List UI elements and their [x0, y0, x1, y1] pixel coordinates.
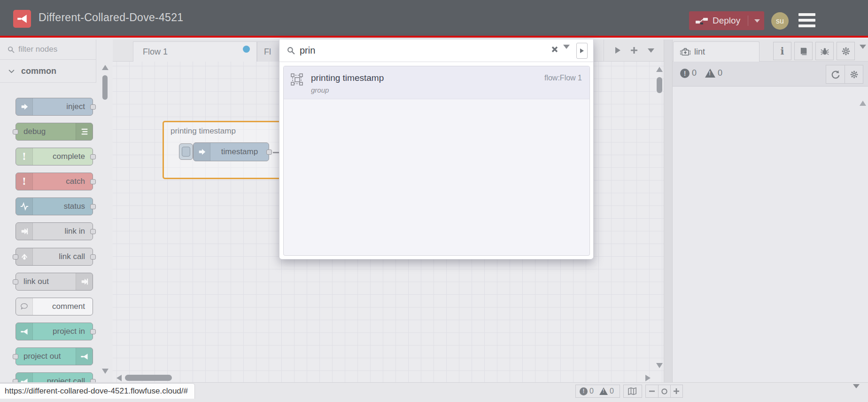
palette-node-comment[interactable]: comment: [16, 298, 93, 315]
tab-flow-2[interactable]: Fl: [257, 41, 280, 62]
output-port[interactable]: [90, 104, 96, 110]
scroll-down-icon[interactable]: [656, 363, 663, 368]
flow-list-caret[interactable]: [648, 48, 654, 53]
complete-icon: !: [16, 148, 33, 165]
footer-expand-caret[interactable]: [853, 388, 860, 397]
scrollbar-thumb[interactable]: [125, 375, 172, 381]
catch-icon: !: [16, 173, 33, 190]
deploy-label: Deploy: [713, 16, 740, 26]
lint-warning-count: 0: [718, 68, 722, 78]
refresh-icon[interactable]: [826, 65, 845, 83]
search-options-caret[interactable]: [563, 49, 570, 57]
node-red-editor: Different-Collared-Dove-4521 Deploy su f…: [0, 0, 868, 402]
search-dialog: prin printing timestamp group flow:Flow …: [279, 39, 594, 260]
scroll-down-icon[interactable]: [102, 369, 108, 374]
main-menu-icon[interactable]: [798, 13, 815, 27]
timestamp-inject-node[interactable]: timestamp: [193, 142, 269, 161]
scroll-up-icon[interactable]: [860, 93, 866, 101]
scroll-left-icon[interactable]: [116, 375, 122, 381]
palette-node-link-call[interactable]: link call: [16, 248, 93, 266]
help-book-icon[interactable]: [794, 42, 813, 60]
scroll-tabs-right-icon[interactable]: [615, 47, 620, 54]
map-icon: [628, 387, 638, 395]
deploy-button[interactable]: Deploy: [689, 11, 764, 30]
inject-trigger-button[interactable]: [179, 143, 193, 160]
info-tab-icon[interactable]: i: [773, 42, 791, 60]
output-port[interactable]: [90, 179, 96, 184]
search-query-text: prin: [300, 45, 315, 56]
search-results-list: printing timestamp group flow:Flow 1: [283, 66, 590, 256]
palette-node-catch[interactable]: ! catch: [16, 173, 93, 190]
project-in-icon: [16, 323, 33, 340]
footer-warning-count: 0: [610, 387, 614, 395]
canvas-horizontal-scrollbar[interactable]: [113, 374, 656, 382]
scroll-right-icon[interactable]: [645, 375, 651, 381]
output-port[interactable]: [90, 154, 96, 159]
zoom-out-button[interactable]: [646, 385, 658, 397]
input-port[interactable]: [13, 279, 18, 284]
palette-node-project-out[interactable]: project out: [16, 347, 93, 365]
input-port[interactable]: [13, 354, 18, 359]
output-port[interactable]: [90, 204, 96, 209]
tab-flow-1[interactable]: Flow 1: [133, 41, 257, 62]
canvas-vertical-scrollbar[interactable]: [656, 62, 664, 374]
settings-gear-icon[interactable]: [837, 42, 855, 60]
scrollbar-thumb[interactable]: [102, 75, 108, 100]
debug-bug-icon[interactable]: [815, 42, 834, 60]
input-port[interactable]: [13, 254, 18, 260]
search-next-button[interactable]: [576, 43, 588, 59]
palette-node-complete[interactable]: ! complete: [16, 148, 93, 166]
lint-panel-header: ! 0 0: [673, 62, 868, 87]
user-avatar[interactable]: su: [771, 12, 789, 30]
output-port[interactable]: [266, 150, 272, 155]
search-icon: [287, 47, 295, 55]
warning-icon: [705, 69, 715, 78]
link-call-icon: [16, 248, 33, 265]
zoom-controls: [645, 385, 683, 398]
zoom-reset-button[interactable]: [658, 385, 670, 397]
error-icon: !: [680, 69, 690, 78]
palette-category-common[interactable]: common: [0, 60, 96, 83]
palette-node-link-in[interactable]: link in: [16, 222, 93, 240]
flowfuse-logo-icon[interactable]: [13, 10, 31, 28]
palette-node-label: link call: [59, 248, 85, 265]
navigator-map-button[interactable]: [623, 385, 642, 398]
scroll-up-icon[interactable]: [102, 65, 108, 70]
output-port[interactable]: [90, 254, 96, 260]
scrollbar-thumb[interactable]: [657, 77, 662, 93]
browser-status-url: https://different-collared-dove-4521.flo…: [0, 383, 195, 399]
inject-icon: [16, 98, 33, 115]
notification-counts[interactable]: ! 0 0: [575, 385, 620, 398]
tab-label: Flow 1: [143, 47, 168, 57]
zoom-in-button[interactable]: [670, 385, 682, 397]
palette-node-label: catch: [66, 173, 85, 190]
output-port[interactable]: [90, 229, 96, 234]
palette-node-project-in[interactable]: project in: [16, 323, 93, 340]
debug-icon: [76, 123, 93, 140]
add-flow-button[interactable]: [630, 46, 638, 55]
output-port[interactable]: [90, 329, 96, 334]
palette-filter-input[interactable]: filter nodes: [0, 39, 96, 60]
deploy-options-caret[interactable]: [748, 16, 760, 26]
clear-search-icon[interactable]: [551, 46, 558, 53]
sidebar-splitter[interactable]: [664, 39, 673, 402]
tabbar-toolbar: [604, 39, 659, 61]
node-label: timestamp: [210, 143, 269, 161]
scroll-up-icon[interactable]: [656, 67, 663, 72]
palette-node-status[interactable]: status: [16, 197, 93, 215]
sidebar-overflow-caret[interactable]: [860, 49, 866, 57]
search-input[interactable]: prin: [279, 39, 593, 62]
search-result-item[interactable]: printing timestamp group flow:Flow 1: [284, 66, 589, 99]
palette-filter-placeholder: filter nodes: [18, 45, 57, 54]
palette-node-link-out[interactable]: link out: [16, 273, 93, 291]
input-port[interactable]: [13, 129, 18, 134]
node-group-printing-timestamp[interactable]: printing timestamp timestamp: [163, 121, 283, 179]
node-palette: filter nodes common inject debug ! compl…: [0, 39, 113, 382]
status-icon: [16, 198, 33, 215]
palette-node-label: debug: [23, 123, 46, 140]
palette-node-inject[interactable]: inject: [16, 98, 93, 116]
palette-node-debug[interactable]: debug: [16, 123, 93, 141]
lint-settings-gear-icon[interactable]: [845, 65, 863, 83]
sidebar-tab-lint[interactable]: lint: [673, 41, 760, 62]
palette-scrollbar[interactable]: [96, 39, 113, 382]
